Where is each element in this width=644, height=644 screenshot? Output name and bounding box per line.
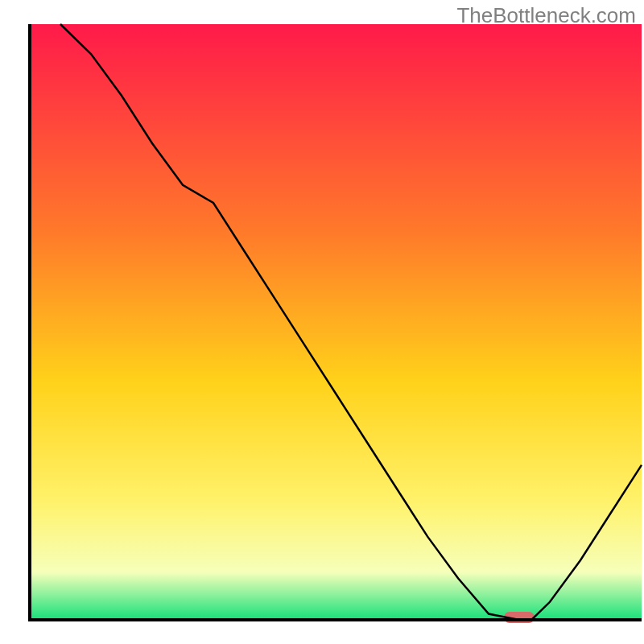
bottleneck-chart [0, 0, 644, 644]
watermark-text: TheBottleneck.com [456, 3, 636, 28]
chart-container: TheBottleneck.com [0, 0, 644, 644]
plot-background [30, 24, 642, 620]
